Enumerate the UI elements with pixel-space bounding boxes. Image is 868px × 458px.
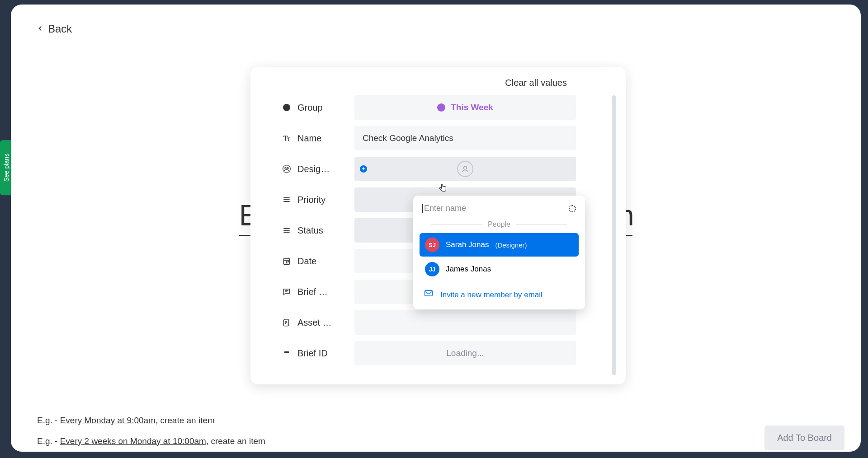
person-name: James Jonas	[446, 265, 491, 274]
group-value[interactable]: This Week	[354, 95, 576, 120]
field-label-text: Priority	[297, 195, 326, 205]
example-line-2: E.g. - Every 2 weeks on Monday at 10:00a…	[37, 431, 265, 452]
svg-point-3	[464, 166, 467, 169]
item-form-card: Clear all values Group This Week	[250, 67, 626, 384]
people-search-input[interactable]	[422, 204, 569, 213]
field-label-text: Desig…	[297, 164, 330, 174]
back-button[interactable]: Back	[36, 23, 72, 35]
group-value-text: This Week	[451, 103, 493, 112]
file-icon	[282, 318, 291, 327]
see-plans-label: See plans	[3, 154, 10, 182]
circle-icon	[282, 103, 291, 112]
loading-spinner-icon	[569, 205, 576, 212]
people-section-label: People	[488, 220, 510, 229]
designer-value[interactable]: +	[354, 157, 576, 181]
text-icon	[282, 134, 291, 143]
example-underlined[interactable]: Every 2 weeks on Monday at 10:00am	[60, 436, 206, 446]
email-icon	[423, 289, 434, 300]
avatar: JJ	[425, 262, 439, 276]
example-prefix: E.g. -	[37, 436, 60, 446]
field-group: Group This Week	[282, 95, 576, 120]
asset-value[interactable]	[354, 310, 576, 335]
field-label-text: Status	[297, 225, 323, 236]
add-to-board-button[interactable]: Add To Board	[764, 425, 844, 450]
chat-icon	[282, 287, 291, 296]
scrollbar[interactable]	[612, 95, 616, 380]
svg-point-1	[285, 168, 286, 169]
field-label-text: Brief …	[297, 287, 328, 297]
people-icon	[282, 164, 291, 173]
example-suffix: , create an item	[206, 436, 265, 446]
person-name: Sarah Jonas	[446, 240, 489, 249]
name-value[interactable]: Check Google Analytics	[354, 126, 576, 150]
svg-rect-18	[283, 320, 288, 326]
svg-rect-22	[284, 351, 289, 353]
clear-all-values-button[interactable]: Clear all values	[250, 78, 626, 95]
brief-id-value-text: Loading...	[446, 348, 484, 358]
example-prefix: E.g. -	[37, 416, 60, 425]
name-value-text: Check Google Analytics	[363, 133, 453, 143]
field-label-text: Asset …	[297, 318, 332, 328]
people-section-divider: People	[431, 220, 567, 229]
group-color-dot	[437, 103, 445, 112]
automation-examples: E.g. - Every Monday at 9:00am, create an…	[37, 410, 265, 451]
field-asset: Asset …	[282, 310, 576, 335]
field-label-text: Group	[297, 103, 323, 113]
svg-point-0	[283, 165, 291, 173]
chevron-left-icon	[36, 23, 44, 35]
people-dropdown: People SJ Sarah Jonas (Designer) JJ Jame…	[413, 196, 585, 309]
add-person-icon[interactable]: +	[360, 165, 367, 173]
field-name: Name Check Google Analytics	[282, 126, 576, 150]
automation-modal: Back E n Clear all values Group This Wee…	[11, 5, 861, 452]
field-label-text: Date	[297, 256, 316, 266]
id-icon	[282, 349, 291, 358]
status-icon	[282, 195, 291, 204]
back-label: Back	[48, 23, 72, 35]
field-label-text: Brief ID	[297, 348, 328, 359]
person-role: (Designer)	[495, 241, 527, 249]
avatar: SJ	[425, 238, 439, 252]
status-icon	[282, 226, 291, 235]
svg-text:17: 17	[286, 261, 289, 264]
brief-id-value[interactable]: Loading...	[354, 341, 576, 365]
field-label-text: Name	[297, 133, 321, 144]
field-brief-id: Brief ID Loading...	[282, 341, 576, 365]
person-placeholder-icon	[457, 161, 473, 177]
person-item-james-jonas[interactable]: JJ James Jonas	[420, 257, 579, 281]
invite-member-button[interactable]: Invite a new member by email	[418, 282, 580, 304]
svg-rect-23	[425, 290, 433, 296]
invite-label: Invite a new member by email	[440, 290, 542, 299]
example-underlined[interactable]: Every Monday at 9:00am	[60, 416, 156, 425]
svg-point-2	[287, 168, 288, 169]
person-item-sarah-jonas[interactable]: SJ Sarah Jonas (Designer)	[420, 233, 579, 257]
example-suffix: , create an item	[156, 416, 215, 425]
calendar-icon: 17	[282, 257, 291, 266]
field-designer: Desig… +	[282, 157, 576, 181]
example-line-1: E.g. - Every Monday at 9:00am, create an…	[37, 410, 265, 431]
scrollbar-thumb[interactable]	[612, 95, 616, 375]
